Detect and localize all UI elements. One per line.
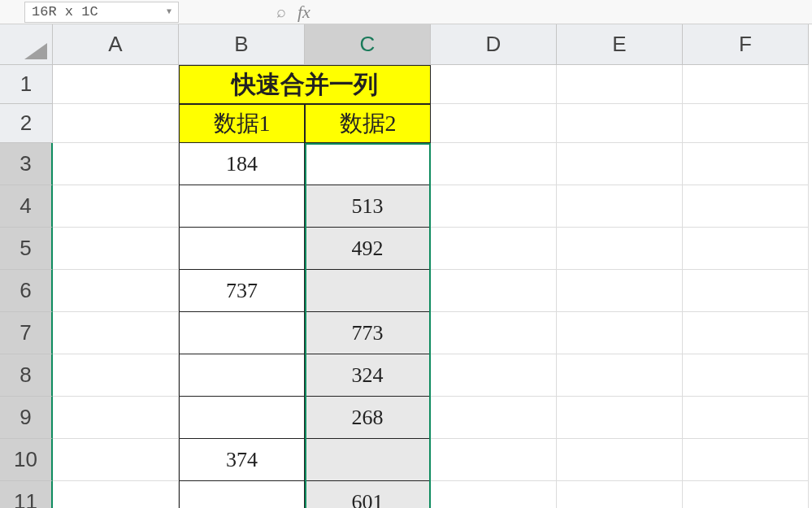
cell-C3[interactable] bbox=[305, 143, 431, 185]
row-header-10[interactable]: 10 bbox=[0, 439, 53, 481]
cell-B8[interactable] bbox=[179, 354, 305, 397]
cell-B6[interactable]: 737 bbox=[179, 270, 305, 312]
cell-A2[interactable] bbox=[53, 104, 179, 143]
fx-label[interactable]: fx bbox=[297, 2, 310, 23]
cell-E11[interactable] bbox=[557, 481, 683, 508]
row-header-9[interactable]: 9 bbox=[0, 397, 53, 439]
column-header-row: A B C D E F bbox=[0, 24, 812, 65]
cell-E6[interactable] bbox=[557, 270, 683, 312]
cell-C5[interactable]: 492 bbox=[305, 228, 431, 270]
cell-D4[interactable] bbox=[431, 185, 557, 228]
cell-A4[interactable] bbox=[53, 185, 179, 228]
cell-B5[interactable] bbox=[179, 228, 305, 270]
cell-D6[interactable] bbox=[431, 270, 557, 312]
cell-E9[interactable] bbox=[557, 397, 683, 439]
cell-F9[interactable] bbox=[683, 397, 809, 439]
cell-D9[interactable] bbox=[431, 397, 557, 439]
cell-C11[interactable]: 601 bbox=[305, 481, 431, 508]
row-header-1[interactable]: 1 bbox=[0, 65, 53, 104]
cell-C4[interactable]: 513 bbox=[305, 185, 431, 228]
cell-B3[interactable]: 184 bbox=[179, 143, 305, 185]
cell-F8[interactable] bbox=[683, 354, 809, 397]
row-header-2[interactable]: 2 bbox=[0, 104, 53, 143]
row-10: 10 374 bbox=[0, 439, 812, 481]
row-9: 9 268 bbox=[0, 397, 812, 439]
col-header-F[interactable]: F bbox=[683, 24, 809, 65]
cell-F7[interactable] bbox=[683, 312, 809, 354]
cell-D2[interactable] bbox=[431, 104, 557, 143]
cell-F3[interactable] bbox=[683, 143, 809, 185]
cell-B11[interactable] bbox=[179, 481, 305, 508]
cell-D10[interactable] bbox=[431, 439, 557, 481]
col-header-B[interactable]: B bbox=[179, 24, 305, 65]
cell-A5[interactable] bbox=[53, 228, 179, 270]
cell-F5[interactable] bbox=[683, 228, 809, 270]
cell-A1[interactable] bbox=[53, 65, 179, 104]
name-box[interactable]: 16R x 1C ▼ bbox=[24, 2, 179, 23]
row-header-4[interactable]: 4 bbox=[0, 185, 53, 228]
cell-F1[interactable] bbox=[683, 65, 809, 104]
cell-C7[interactable]: 773 bbox=[305, 312, 431, 354]
col-header-D[interactable]: D bbox=[431, 24, 557, 65]
cell-D1[interactable] bbox=[431, 65, 557, 104]
cell-A10[interactable] bbox=[53, 439, 179, 481]
cell-E2[interactable] bbox=[557, 104, 683, 143]
cell-A3[interactable] bbox=[53, 143, 179, 185]
row-4: 4 513 bbox=[0, 185, 812, 228]
row-header-11[interactable]: 11 bbox=[0, 481, 53, 508]
cell-B2[interactable]: 数据1 bbox=[179, 104, 305, 143]
cell-D5[interactable] bbox=[431, 228, 557, 270]
cell-D8[interactable] bbox=[431, 354, 557, 397]
name-box-value: 16R x 1C bbox=[32, 4, 98, 20]
cell-A8[interactable] bbox=[53, 354, 179, 397]
col-header-A[interactable]: A bbox=[53, 24, 179, 65]
row-1: 1 快速合并一列 bbox=[0, 65, 812, 104]
cell-D3[interactable] bbox=[431, 143, 557, 185]
cell-A7[interactable] bbox=[53, 312, 179, 354]
cell-E5[interactable] bbox=[557, 228, 683, 270]
cell-D11[interactable] bbox=[431, 481, 557, 508]
cell-F4[interactable] bbox=[683, 185, 809, 228]
cell-F11[interactable] bbox=[683, 481, 809, 508]
formula-bar-row: 16R x 1C ▼ ⌕ fx bbox=[0, 0, 812, 24]
formula-bar[interactable]: ⌕ fx bbox=[276, 2, 310, 23]
cell-C8[interactable]: 324 bbox=[305, 354, 431, 397]
cell-E3[interactable] bbox=[557, 143, 683, 185]
cell-F6[interactable] bbox=[683, 270, 809, 312]
row-2: 2 数据1 数据2 bbox=[0, 104, 812, 143]
cell-A6[interactable] bbox=[53, 270, 179, 312]
row-header-8[interactable]: 8 bbox=[0, 354, 53, 397]
cell-B4[interactable] bbox=[179, 185, 305, 228]
cell-D7[interactable] bbox=[431, 312, 557, 354]
cell-F2[interactable] bbox=[683, 104, 809, 143]
cell-B10[interactable]: 374 bbox=[179, 439, 305, 481]
row-header-7[interactable]: 7 bbox=[0, 312, 53, 354]
row-header-3[interactable]: 3 bbox=[0, 143, 53, 185]
row-header-5[interactable]: 5 bbox=[0, 228, 53, 270]
row-5: 5 492 bbox=[0, 228, 812, 270]
cell-F10[interactable] bbox=[683, 439, 809, 481]
row-7: 7 773 bbox=[0, 312, 812, 354]
search-icon: ⌕ bbox=[276, 2, 286, 21]
row-header-6[interactable]: 6 bbox=[0, 270, 53, 312]
cell-E4[interactable] bbox=[557, 185, 683, 228]
cell-C9[interactable]: 268 bbox=[305, 397, 431, 439]
cell-B9[interactable] bbox=[179, 397, 305, 439]
chevron-down-icon[interactable]: ▼ bbox=[167, 7, 172, 16]
spreadsheet-grid[interactable]: A B C D E F 1 快速合并一列 2 数据1 数据2 3 184 4 bbox=[0, 24, 812, 508]
cell-A11[interactable] bbox=[53, 481, 179, 508]
cell-C10[interactable] bbox=[305, 439, 431, 481]
cell-A9[interactable] bbox=[53, 397, 179, 439]
col-header-E[interactable]: E bbox=[557, 24, 683, 65]
col-header-C[interactable]: C bbox=[305, 24, 431, 65]
cell-C6[interactable] bbox=[305, 270, 431, 312]
cell-C2[interactable]: 数据2 bbox=[305, 104, 431, 143]
cell-E8[interactable] bbox=[557, 354, 683, 397]
cell-E10[interactable] bbox=[557, 439, 683, 481]
cell-B7[interactable] bbox=[179, 312, 305, 354]
cell-E1[interactable] bbox=[557, 65, 683, 104]
cell-E7[interactable] bbox=[557, 312, 683, 354]
cell-merged-title[interactable]: 快速合并一列 bbox=[179, 65, 431, 104]
row-11: 11 601 bbox=[0, 481, 812, 508]
select-all-corner[interactable] bbox=[0, 24, 53, 65]
